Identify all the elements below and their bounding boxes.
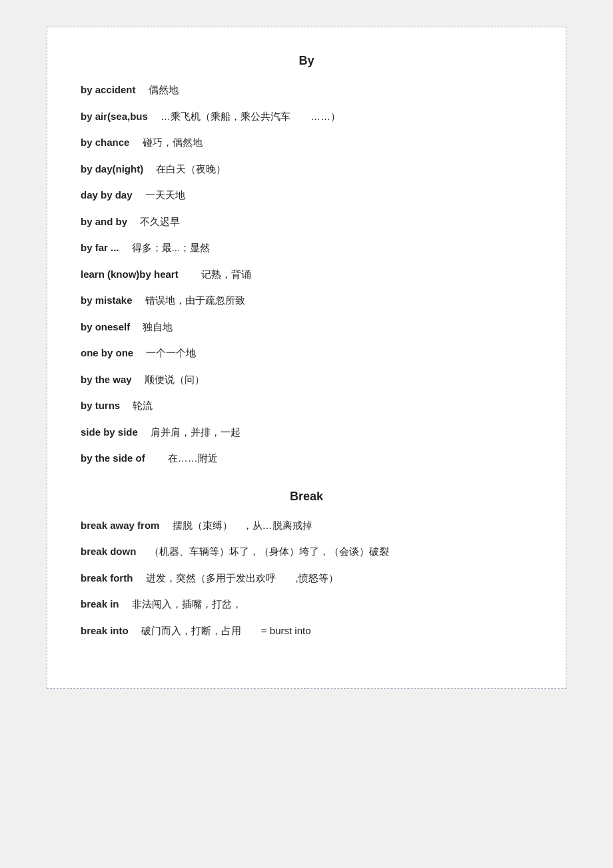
entry-by-and-by: by and by 不久迟早: [81, 213, 532, 230]
entry-by-accident: by accident 偶然地: [81, 81, 532, 99]
definition: 顺便说（问）: [135, 374, 205, 385]
definition: 肩并肩，并排，一起: [141, 426, 241, 438]
definition: 独自地: [133, 321, 173, 332]
definition: …乘飞机（乘船，乘公共汽车 ……）: [151, 111, 340, 122]
section-title-by: By: [81, 54, 532, 68]
phrase: break down: [81, 546, 136, 557]
definition: 不久迟早: [130, 216, 180, 227]
phrase: one by one: [81, 347, 133, 358]
phrase: by turns: [81, 400, 120, 411]
phrase: by the side of: [81, 452, 145, 464]
definition: （机器、车辆等）坏了，（身体）垮了，（会谈）破裂: [139, 546, 389, 557]
definition: 错误地，由于疏忽所致: [135, 294, 245, 306]
phrase: break away from: [81, 520, 159, 531]
phrase: learn (know)by heart: [81, 268, 179, 280]
phrase: break in: [81, 598, 119, 610]
definition: 得多；最...；显然: [122, 242, 211, 253]
phrase: break into: [81, 625, 129, 636]
phrase: by and by: [81, 216, 127, 227]
phrase: by accident: [81, 84, 136, 95]
entry-by-far: by far ... 得多；最...；显然: [81, 239, 532, 256]
entry-break-away-from: break away from 摆脱（束缚） ，从…脱离戒掉: [81, 517, 532, 534]
definition: 偶然地: [139, 84, 179, 95]
entry-break-in: break in 非法闯入，插嘴，打岔，: [81, 596, 532, 613]
definition: 在白天（夜晚）: [146, 163, 226, 175]
spacer: [81, 476, 532, 490]
definition: 记熟，背诵: [181, 268, 251, 280]
entry-one-by-one: one by one 一个一个地: [81, 344, 532, 362]
section-title-break: Break: [81, 490, 532, 504]
entry-by-day: by day(night) 在白天（夜晚）: [81, 161, 532, 178]
phrase: by oneself: [81, 321, 130, 332]
entry-break-down: break down （机器、车辆等）坏了，（身体）垮了，（会谈）破裂: [81, 543, 532, 560]
entry-by-air: by air(sea,bus …乘飞机（乘船，乘公共汽车 ……）: [81, 108, 532, 125]
entry-side-by-side: side by side 肩并肩，并排，一起: [81, 424, 532, 441]
phrase: by far ...: [81, 242, 119, 253]
phrase: side by side: [81, 426, 138, 438]
definition: 轮流: [123, 400, 153, 411]
entry-by-turns: by turns 轮流: [81, 397, 532, 414]
definition: 一个一个地: [136, 347, 196, 358]
phrase: by chance: [81, 137, 129, 148]
phrase: day by day: [81, 189, 133, 201]
entry-break-into: break into 破门而入，打断，占用 = burst into: [81, 622, 532, 640]
phrase: by mistake: [81, 294, 133, 306]
phrase: by air(sea,bus: [81, 111, 148, 122]
entry-by-oneself: by oneself 独自地: [81, 318, 532, 336]
entry-by-the-side-of: by the side of 在……附近: [81, 450, 532, 467]
definition: 碰巧，偶然地: [133, 137, 203, 148]
page-container: By by accident 偶然地 by air(sea,bus …乘飞机（乘…: [47, 27, 566, 689]
entry-by-chance: by chance 碰巧，偶然地: [81, 134, 532, 151]
definition: 进发，突然（多用于发出欢呼 ,愤怒等）: [136, 572, 338, 584]
phrase: by day(night): [81, 163, 143, 175]
entry-by-the-way: by the way 顺便说（问）: [81, 371, 532, 388]
definition: 摆脱（束缚） ，从…脱离戒掉: [163, 520, 312, 531]
definition: 破门而入，打断，占用 = burst into: [131, 625, 311, 636]
definition: 非法闯入，插嘴，打岔，: [122, 598, 242, 610]
phrase: by the way: [81, 374, 132, 385]
entry-day-by-day: day by day 一天天地: [81, 187, 532, 204]
definition: 一天天地: [135, 189, 185, 201]
definition: 在……附近: [148, 452, 218, 464]
entry-by-mistake: by mistake 错误地，由于疏忽所致: [81, 292, 532, 309]
entry-learn-by-heart: learn (know)by heart 记熟，背诵: [81, 266, 532, 283]
entry-break-forth: break forth 进发，突然（多用于发出欢呼 ,愤怒等）: [81, 570, 532, 587]
phrase: break forth: [81, 572, 133, 584]
